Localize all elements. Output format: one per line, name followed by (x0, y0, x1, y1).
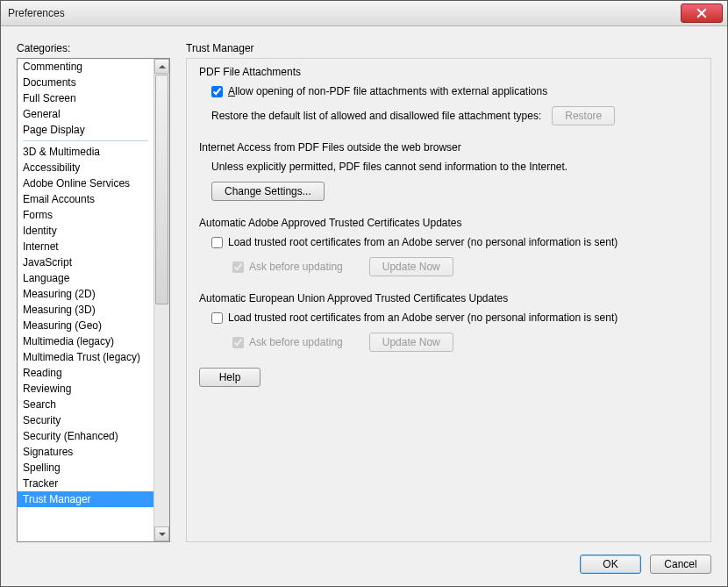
cancel-button[interactable]: Cancel (650, 555, 711, 574)
group-title: PDF File Attachments (199, 66, 698, 78)
category-item[interactable]: Security (18, 412, 153, 428)
category-item[interactable]: Measuring (3D) (18, 302, 153, 318)
category-item[interactable]: Identity (18, 223, 153, 239)
group-eu-certs: Automatic European Union Approved Truste… (199, 292, 698, 352)
group-adobe-certs: Automatic Adobe Approved Trusted Certifi… (199, 217, 698, 276)
group-title: Automatic Adobe Approved Trusted Certifi… (199, 217, 698, 229)
category-item[interactable]: Spelling (18, 460, 153, 476)
scroll-down-button[interactable] (154, 526, 169, 541)
adobe-load-checkbox-label[interactable]: Load trusted root certificates from an A… (211, 236, 617, 248)
internet-desc: Unless explicitly permitted, PDF files c… (211, 161, 567, 173)
close-button[interactable] (681, 4, 723, 23)
category-item[interactable]: Page Display (18, 122, 153, 138)
chevron-up-icon (159, 65, 166, 68)
eu-update-now-button[interactable]: Update Now (369, 333, 453, 352)
category-item[interactable]: Accessibility (18, 160, 153, 175)
eu-ask-checkbox-label: Ask before updating (232, 336, 343, 348)
category-item[interactable]: Full Screen (18, 90, 153, 106)
settings-panel: PDF File Attachments Allow opening of no… (186, 58, 711, 542)
category-item[interactable]: JavaScript (18, 254, 153, 270)
category-item[interactable]: Multimedia Trust (legacy) (18, 349, 153, 365)
category-item[interactable]: Email Accounts (18, 191, 153, 207)
adobe-ask-checkbox-label: Ask before updating (232, 261, 343, 273)
category-item[interactable]: Security (Enhanced) (18, 428, 153, 444)
allow-opening-checkbox[interactable] (211, 86, 223, 97)
group-title: Internet Access from PDF Files outside t… (199, 141, 698, 154)
category-item[interactable]: Internet (18, 239, 153, 254)
category-separator (23, 140, 148, 141)
category-item[interactable]: Adobe Online Services (18, 175, 153, 191)
category-item[interactable]: Signatures (18, 444, 153, 460)
adobe-load-checkbox[interactable] (211, 237, 223, 248)
categories-list: CommentingDocumentsFull ScreenGeneralPag… (18, 59, 153, 541)
category-item[interactable]: General (18, 106, 153, 122)
ok-button[interactable]: OK (580, 555, 641, 574)
chevron-down-icon (159, 533, 166, 536)
category-item[interactable]: Reading (18, 365, 153, 381)
scrollbar[interactable] (153, 59, 169, 541)
help-button[interactable]: Help (199, 368, 261, 387)
allow-opening-checkbox-label[interactable]: Allow opening of non-PDF file attachment… (211, 85, 547, 97)
window-title: Preferences (8, 7, 65, 19)
group-title: Automatic European Union Approved Truste… (199, 292, 698, 304)
category-item[interactable]: Documents (18, 75, 153, 90)
category-item[interactable]: Language (18, 270, 153, 286)
categories-label: Categories: (17, 42, 170, 54)
adobe-update-now-button[interactable]: Update Now (369, 257, 453, 276)
category-item[interactable]: 3D & Multimedia (18, 144, 153, 160)
group-pdf-attachments: PDF File Attachments Allow opening of no… (199, 66, 698, 125)
category-item[interactable]: Forms (18, 207, 153, 223)
change-settings-button[interactable]: Change Settings... (211, 182, 325, 201)
eu-load-checkbox-label[interactable]: Load trusted root certificates from an A… (211, 311, 617, 324)
close-icon (696, 8, 707, 18)
scroll-up-button[interactable] (154, 59, 169, 74)
category-item[interactable]: Tracker (18, 476, 153, 491)
group-internet-access: Internet Access from PDF Files outside t… (199, 141, 698, 201)
category-item[interactable]: Measuring (Geo) (18, 318, 153, 333)
adobe-ask-checkbox (232, 261, 244, 273)
categories-pane: Categories: CommentingDocumentsFull Scre… (17, 42, 170, 542)
titlebar: Preferences (1, 1, 727, 26)
category-item[interactable]: Measuring (2D) (18, 286, 153, 302)
category-item[interactable]: Multimedia (legacy) (18, 333, 153, 349)
restore-button[interactable]: Restore (552, 106, 615, 125)
categories-listbox[interactable]: CommentingDocumentsFull ScreenGeneralPag… (17, 58, 170, 542)
scroll-thumb[interactable] (155, 75, 168, 304)
category-item[interactable]: Search (18, 397, 153, 412)
settings-pane: Trust Manager PDF File Attachments Allow… (186, 42, 711, 542)
category-item[interactable]: Trust Manager (18, 491, 153, 507)
eu-ask-checkbox (232, 337, 244, 348)
main-area: Categories: CommentingDocumentsFull Scre… (17, 42, 711, 542)
eu-load-checkbox[interactable] (211, 312, 223, 324)
restore-label: Restore the default list of allowed and … (211, 110, 541, 122)
settings-title: Trust Manager (186, 42, 711, 54)
category-item[interactable]: Commenting (18, 59, 153, 75)
client-area: Categories: CommentingDocumentsFull Scre… (1, 26, 727, 586)
preferences-window: Preferences Categories: CommentingDocume… (0, 0, 728, 587)
category-item[interactable]: Reviewing (18, 381, 153, 397)
dialog-footer: OK Cancel (17, 542, 711, 574)
